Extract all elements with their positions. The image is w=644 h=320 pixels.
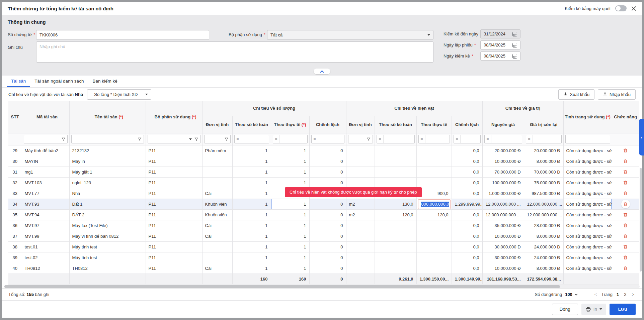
cell-ph_book[interactable]: 120,0 [375, 209, 416, 220]
created-date-input[interactable]: 08/04/2025 [480, 40, 520, 49]
cell-qty_book[interactable]: 1 [232, 241, 271, 252]
delete-row-button[interactable] [621, 178, 630, 187]
cell-ph_actual[interactable] [416, 231, 452, 241]
vertical-scrollbar[interactable] [640, 168, 642, 272]
cell-ph_diff[interactable]: 0,0 [452, 167, 482, 177]
cell-qty_diff[interactable]: 0 [309, 145, 346, 156]
cell-name[interactable]: Máy giặt 1 [69, 167, 146, 177]
cell-remain[interactable]: 8.000.000 Đ [524, 231, 563, 241]
cell-code[interactable]: MVT.93 [22, 199, 69, 209]
cell-status[interactable]: Còn sử dụng được - sử [563, 167, 612, 177]
cell-ph_diff[interactable]: 0,0 [452, 231, 482, 241]
collapse-form-button[interactable] [314, 69, 330, 74]
cell-ph_book[interactable] [375, 252, 416, 263]
scrollbar-thumb[interactable] [4, 285, 560, 288]
cell-qty_book[interactable]: 1 [232, 167, 271, 177]
cell-edit-input[interactable]: 000.000.000,0 [418, 199, 451, 209]
cell-ph_actual[interactable] [416, 145, 452, 156]
cell-status[interactable]: Còn sử dụng được - sử [563, 263, 612, 274]
cell-code[interactable]: MVT.77 [22, 188, 69, 199]
cell-status[interactable]: Còn sử dụng được - sử [563, 199, 612, 209]
cell-ph_actual[interactable]: 120,0 [416, 209, 452, 220]
cell-unit_ph[interactable] [346, 231, 375, 241]
delete-row-button[interactable] [621, 168, 630, 176]
cell-remain[interactable]: 12.000.000.000 ... [524, 199, 563, 209]
cell-qty_actual[interactable]: 1 [271, 177, 309, 188]
cell-code[interactable]: MVT.99 [22, 231, 69, 241]
cell-qty_book[interactable]: 1 [232, 177, 271, 188]
cell-dept[interactable]: P11 [146, 231, 202, 241]
cell-qty_actual[interactable]: 1 [271, 167, 309, 177]
filter-ph_actual[interactable]: = [416, 133, 452, 145]
cell-qty_book[interactable]: 1 [232, 156, 271, 167]
cell-code[interactable]: mg1 [22, 167, 69, 177]
cell-cost[interactable]: 12.000.000.000 ... [482, 209, 524, 220]
delete-row-button[interactable] [621, 221, 630, 230]
delete-row-button[interactable] [621, 232, 630, 240]
cell-name[interactable]: TH0812 [69, 263, 146, 274]
cell-ph_actual[interactable] [416, 252, 452, 263]
cell-remain[interactable]: 20.000.000 Đ [524, 145, 563, 156]
delete-row-button[interactable] [621, 157, 630, 166]
cell-ph_diff[interactable]: 0,0 [452, 156, 482, 167]
cell-qty_book[interactable]: 1 [232, 263, 271, 274]
cell-qty_actual[interactable]: 1 [271, 263, 309, 274]
filter-qty_book[interactable]: = [232, 133, 271, 145]
filter-qty_diff[interactable]: = [309, 133, 346, 145]
tab-tai-san[interactable]: Tài sản [7, 76, 30, 87]
cell-remain[interactable]: 8.000.000 Đ [524, 156, 563, 167]
cell-ph_actual[interactable]: 000.000.000,0 [416, 199, 452, 209]
prev-page-button[interactable]: < [593, 292, 598, 297]
cell-ph_diff[interactable]: 0,0 [452, 220, 482, 231]
cell-name[interactable]: Máy tính test [69, 241, 146, 252]
cell-name[interactable]: Nhà [69, 188, 146, 199]
cell-name[interactable]: Máy tính test [69, 252, 146, 263]
cell-status[interactable]: Còn sử dụng được - sử [563, 252, 612, 263]
cell-remain[interactable]: 24.000.000 Đ [524, 252, 563, 263]
cell-unit_qty[interactable]: Cái [202, 188, 232, 199]
cell-dept[interactable]: P11 [146, 199, 202, 209]
cell-unit_ph[interactable] [346, 252, 375, 263]
cell-ph_book[interactable]: 130,0 [375, 199, 416, 209]
cell-ph_book[interactable] [375, 220, 416, 231]
delete-row-button[interactable] [621, 264, 630, 273]
cell-name[interactable]: ĐẤT 2 [69, 209, 146, 220]
cell-ph_actual[interactable] [416, 167, 452, 177]
cell-name[interactable]: Đất 1 [69, 199, 146, 209]
cell-qty_book[interactable]: 1 [232, 188, 271, 199]
cell-status[interactable]: Còn sử dụng được - sử [563, 220, 612, 231]
cell-code[interactable]: MVT.94 [22, 209, 69, 220]
cell-unit_ph[interactable] [346, 177, 375, 188]
note-textarea[interactable]: Nhập ghi chú [36, 41, 433, 63]
cell-unit_qty[interactable] [202, 156, 232, 167]
filter-unit_qty[interactable] [202, 133, 232, 145]
cell-dept[interactable]: P11 [146, 241, 202, 252]
next-page-button[interactable]: > [630, 292, 636, 297]
delete-row-button[interactable] [621, 253, 630, 262]
cell-status[interactable]: Còn sử dụng được - sử [563, 231, 612, 241]
cell-unit_qty[interactable]: Khuôn viên [202, 199, 232, 209]
cell-code[interactable]: MVT.103 [22, 177, 69, 188]
cell-cost[interactable]: 10.000.000 Đ [482, 263, 524, 274]
cell-unit_ph[interactable] [346, 220, 375, 231]
filter-unit_ph[interactable] [346, 133, 375, 145]
cell-ph_diff[interactable]: 1.299.999.99... [452, 199, 482, 209]
cell-ph_actual[interactable] [416, 177, 452, 188]
cell-ph_book[interactable] [375, 263, 416, 274]
cell-qty_diff[interactable]: 0 [309, 156, 346, 167]
cell-ph_diff[interactable]: 0,0 [452, 241, 482, 252]
cell-unit_qty[interactable]: Khuôn viên [202, 209, 232, 220]
cell-remain[interactable]: 70.000.000 Đ [524, 167, 563, 177]
cell-qty_book[interactable]: 1 [232, 209, 271, 220]
save-button[interactable]: Lưu [610, 304, 636, 315]
cell-qty_diff[interactable]: 0 [309, 241, 346, 252]
cell-unit_qty[interactable]: Phần mềm [202, 145, 232, 156]
cell-cost[interactable]: 1.000.000.000 Đ [482, 188, 524, 199]
filter-ph_book[interactable]: = [375, 133, 416, 145]
cell-dept[interactable]: P11 [146, 252, 202, 263]
export-button[interactable]: Xuất khẩu [558, 89, 595, 100]
cell-remain[interactable]: 8.000.000 Đ [524, 263, 563, 274]
delete-row-button[interactable] [621, 146, 630, 155]
editing-cell[interactable]: 000.000.000,0 [416, 199, 452, 209]
filter-icon[interactable] [194, 137, 198, 141]
